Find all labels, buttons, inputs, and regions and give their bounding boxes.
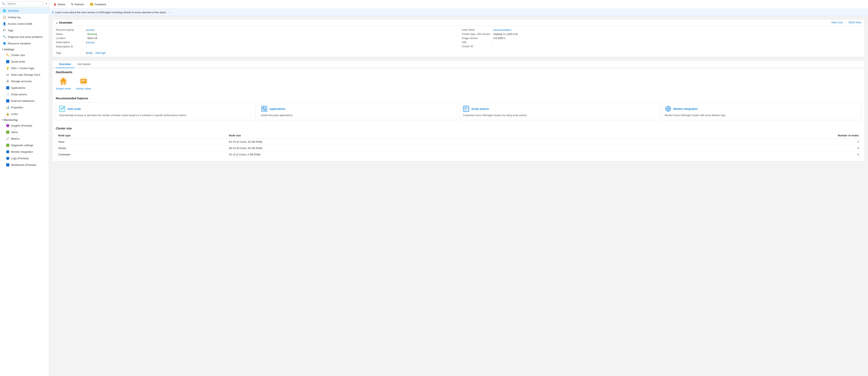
- essentials-left-col: Resource group (move) : Status : Running…: [56, 28, 455, 48]
- info-banner-link[interactable]: →: [168, 11, 171, 14]
- sidebar-item-quota-limits[interactable]: 🟦Quota limits: [0, 58, 49, 65]
- sidebar-section-settings-section[interactable]: ▾Settings: [0, 47, 49, 52]
- feature-title-applications: Applications: [270, 107, 285, 110]
- feature-header-auto-scale: Auto scale: [59, 106, 252, 112]
- delete-label: Delete: [58, 3, 65, 6]
- sidebar-item-workbooks-preview[interactable]: 🟦Workbooks (Preview): [0, 162, 49, 168]
- feature-desc-script-actions: Customize Azure HDInsight clusters by us…: [463, 114, 656, 117]
- sidebar-icon-activity-log: 📋: [2, 15, 6, 19]
- feature-card-script-actions[interactable]: Script actions Customize Azure HDInsight…: [460, 103, 659, 120]
- sidebar-icon-properties: 📊: [6, 106, 9, 109]
- sidebar-label-properties: Properties: [11, 106, 23, 109]
- sidebar-item-resource-visualizer[interactable]: 🔷Resource visualizer: [0, 40, 49, 47]
- sidebar-icon-insights: 🟣: [6, 124, 9, 127]
- feature-card-monitor-integration[interactable]: Monitor integration Monitor Azure HDInsi…: [662, 103, 862, 120]
- sidebar-item-overview[interactable]: 🌐Overview: [0, 7, 49, 14]
- cluster-table-body: Head E4 V3 (4 Cores, 32 GB RAM) 2 Worker…: [56, 139, 861, 157]
- sidebar-item-ssh-cluster-login[interactable]: 💡SSH + Cluster login: [0, 65, 49, 71]
- feature-card-auto-scale[interactable]: Auto scale Automatically increase or dec…: [56, 103, 255, 120]
- sidebar-icon-storage-accounts: ☰: [6, 79, 9, 83]
- sidebar-icon-diagnostic-settings: 🟩: [6, 143, 9, 147]
- feature-header-monitor-integration: Monitor integration: [665, 106, 858, 112]
- sidebar-item-cluster-size[interactable]: ✏️Cluster size: [0, 52, 49, 58]
- sidebar-item-insights[interactable]: 🟣Insights (Preview): [0, 122, 49, 129]
- sidebar-item-storage-accounts[interactable]: ☰Storage accounts: [0, 78, 49, 84]
- ambari-home-item[interactable]: Ambari home: [56, 76, 71, 90]
- sidebar: 🔍 ✕ « 🌐Overview📋Activity log👤Access cont…: [0, 0, 49, 376]
- sidebar-item-data-lake-storage[interactable]: 🗂Data Lake Storage Gen1: [0, 71, 49, 78]
- info-icon: ℹ: [52, 10, 54, 14]
- script-actions-feature-icon: [463, 106, 469, 112]
- sidebar-item-properties[interactable]: 📊Properties: [0, 104, 49, 111]
- cluster-node-size-2: A2 v2 (2 Cores, 4 GB RAM): [226, 151, 605, 157]
- cluster-node-type-0: Head: [56, 139, 226, 145]
- collapse-icon[interactable]: ▲: [56, 22, 58, 24]
- sidebar-item-activity-log[interactable]: 📋Activity log: [0, 14, 49, 21]
- json-view-link[interactable]: JSON View: [848, 21, 861, 24]
- delete-button[interactable]: 🗑 Delete: [52, 2, 67, 7]
- sidebar-item-metrics[interactable]: 📈Metrics: [0, 135, 49, 142]
- essentials-title: ▲ Essentials: [56, 21, 72, 24]
- feature-card-applications[interactable]: Applications Install third party applica…: [258, 103, 458, 120]
- sidebar-item-tags[interactable]: 🏷Tags: [0, 27, 49, 33]
- tab-content: Dashboards Ambari home: [53, 68, 865, 161]
- feature-header-applications: Applications: [261, 106, 455, 112]
- sidebar-icon-script-actions: 📄: [6, 92, 9, 96]
- tags-edit-link[interactable]: edit: [87, 51, 91, 54]
- sidebar-label-applications: Applications: [11, 86, 25, 89]
- toolbar: 🗑 Delete ↻ Refresh 😊 Feedback: [49, 0, 868, 9]
- sidebar-item-applications[interactable]: 🟦Applications: [0, 84, 49, 91]
- sidebar-label-cluster-size: Cluster size: [11, 54, 25, 57]
- add-tags-link[interactable]: Add tags: [95, 51, 106, 54]
- sidebar-item-diagnose[interactable]: 🔧Diagnose and solve problems: [0, 33, 49, 40]
- ambari-views-item[interactable]: Ambari views: [76, 76, 91, 90]
- essentials-card: ▲ Essentials View Cost | JSON View Resou…: [52, 19, 865, 57]
- svg-rect-13: [464, 107, 468, 111]
- cluster-node-size-1: E8 V3 (8 Cores, 64 GB RAM): [226, 145, 605, 151]
- dashboards-heading: Dashboards: [56, 68, 861, 74]
- feedback-button[interactable]: 😊 Feedback: [89, 2, 107, 7]
- feedback-icon: 😊: [90, 2, 94, 6]
- sidebar-icon-data-lake-storage: 🗂: [6, 73, 9, 77]
- search-input[interactable]: [6, 1, 43, 6]
- feedback-label: Feedback: [95, 3, 106, 6]
- sidebar-item-access-control[interactable]: 👤Access control (IAM): [0, 21, 49, 27]
- documentation-link[interactable]: Documentation: [493, 28, 511, 31]
- sidebar-item-locks[interactable]: 🔒Locks: [0, 111, 49, 117]
- sidebar-icon-overview: 🌐: [2, 9, 6, 12]
- refresh-button[interactable]: ↻ Refresh: [70, 2, 85, 7]
- cluster-node-type-1: Worker: [56, 145, 226, 151]
- feature-header-script-actions: Script actions: [463, 106, 656, 112]
- cluster-num-nodes-2: 3: [605, 151, 861, 157]
- clear-search-button[interactable]: ✕: [44, 2, 48, 5]
- cluster-row-0: Head E4 V3 (4 Cores, 32 GB RAM) 2: [56, 139, 861, 145]
- ambari-views-icon: [79, 76, 89, 86]
- sidebar-item-script-actions[interactable]: 📄Script actions: [0, 91, 49, 97]
- sidebar-label-external-metastores: External metastores: [11, 99, 35, 103]
- delete-icon: 🗑: [54, 3, 57, 6]
- main-content: 🗑 Delete ↻ Refresh 😊 Feedback ℹ Learn mo…: [49, 0, 868, 376]
- auto-scale-icon: [59, 106, 65, 112]
- sidebar-icon-external-metastores: 🟦: [6, 99, 9, 103]
- sidebar-item-alerts[interactable]: 🟩Alerts: [0, 129, 49, 135]
- essentials-image-version: Image version : 4.0.3000.1: [462, 37, 861, 40]
- sidebar-label-storage-accounts: Storage accounts: [11, 80, 32, 83]
- sidebar-section-monitoring-section[interactable]: ▾Monitoring: [0, 117, 49, 122]
- resource-group-move-link[interactable]: move: [87, 28, 93, 31]
- sidebar-label-data-lake-storage: Data Lake Storage Gen1: [11, 73, 40, 76]
- sidebar-item-monitor-integration[interactable]: 🔵Monitor integration: [0, 148, 49, 155]
- sidebar-icon-ssh-cluster-login: 💡: [6, 66, 9, 70]
- sidebar-label-metrics: Metrics: [11, 137, 20, 140]
- sidebar-label-ssh-cluster-login: SSH + Cluster login: [11, 67, 34, 70]
- get-started-tab[interactable]: Get started: [74, 60, 94, 68]
- svg-rect-5: [82, 81, 84, 82]
- view-cost-link[interactable]: View Cost: [831, 21, 843, 24]
- overview-tab[interactable]: Overview: [56, 60, 74, 68]
- subscription-move-link[interactable]: move: [87, 41, 93, 44]
- sidebar-item-logs-preview[interactable]: 🔵Logs (Preview): [0, 155, 49, 162]
- sidebar-label-tags: Tags: [8, 29, 13, 32]
- sidebar-item-external-metastores[interactable]: 🟦External metastores: [0, 97, 49, 104]
- feature-title-monitor-integration: Monitor integration: [674, 107, 698, 110]
- sidebar-item-diagnostic-settings[interactable]: 🟩Diagnostic settings: [0, 142, 49, 148]
- section-chevron: ▾: [2, 48, 3, 51]
